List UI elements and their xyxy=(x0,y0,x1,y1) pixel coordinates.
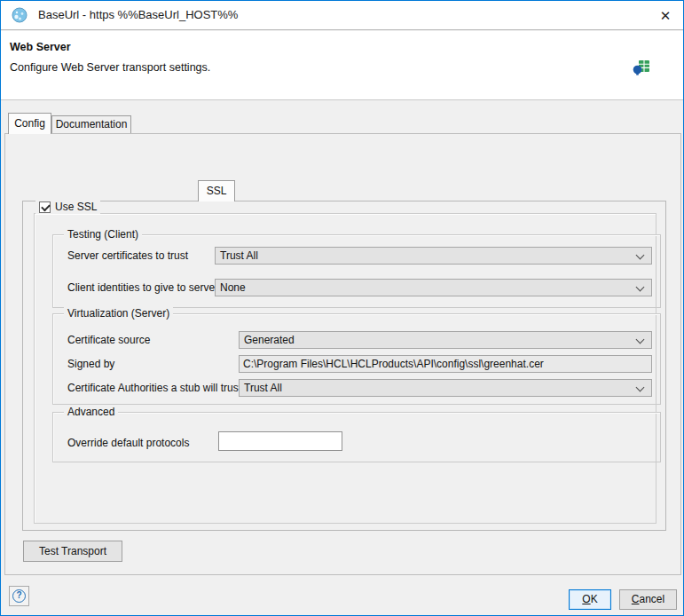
override-protocols-label: Override default protocols xyxy=(67,434,189,452)
certificate-source-label: Certificate source xyxy=(67,331,150,349)
dialog-header: Web Server Configure Web Server transpor… xyxy=(1,31,683,100)
use-ssl-checkbox-row[interactable]: Use SSL xyxy=(35,200,100,214)
testing-client-group-title: Testing (Client) xyxy=(64,228,142,241)
use-ssl-label: Use SSL xyxy=(55,201,97,213)
chevron-down-icon xyxy=(636,283,645,292)
client-identities-label: Client identities to give to server xyxy=(67,279,218,296)
testing-client-group: Testing (Client) Server certificates to … xyxy=(52,234,661,308)
virtualization-server-group: Virtualization (Server) Certificate sour… xyxy=(52,313,661,405)
test-transport-button[interactable]: Test Transport xyxy=(23,541,122,562)
chevron-down-icon xyxy=(636,251,645,260)
tab-config[interactable]: Config xyxy=(8,113,51,134)
client-identities-value: None xyxy=(220,281,246,294)
ok-button[interactable]: OK xyxy=(569,589,611,610)
server-certificates-label: Server certificates to trust xyxy=(67,247,188,265)
server-certificates-value: Trust All xyxy=(220,249,258,262)
transport-settings-dialog: BaseUrl - https %%BaseUrl_HOST%% ✕ Web S… xyxy=(0,0,684,616)
certificate-source-combo[interactable]: Generated xyxy=(239,331,652,349)
header-description: Configure Web Server transport settings. xyxy=(10,61,210,74)
override-protocols-input[interactable] xyxy=(218,431,342,451)
title-bar[interactable]: BaseUrl - https %%BaseUrl_HOST%% ✕ xyxy=(1,1,683,30)
help-icon: ? xyxy=(12,589,26,603)
chevron-down-icon xyxy=(636,336,645,344)
ssl-tab-panel: Testing (Client) Server certificates to … xyxy=(22,201,666,531)
use-ssl-group: Testing (Client) Server certificates to … xyxy=(34,213,656,524)
header-title: Web Server xyxy=(10,41,71,53)
certificate-source-value: Generated xyxy=(244,334,295,346)
chevron-down-icon xyxy=(636,383,645,392)
window-title: BaseUrl - https %%BaseUrl_HOST%% xyxy=(38,1,238,29)
tab-documentation[interactable]: Documentation xyxy=(51,115,131,133)
signed-by-field[interactable]: C:\Program Files\HCL\HCLProducts\API\con… xyxy=(239,355,652,373)
tab-ssl[interactable]: SSL xyxy=(198,180,235,201)
server-certificates-combo[interactable]: Trust All xyxy=(215,247,652,265)
virtualization-server-group-title: Virtualization (Server) xyxy=(64,307,173,320)
close-icon[interactable]: ✕ xyxy=(655,5,676,27)
signed-by-label: Signed by xyxy=(67,355,114,373)
advanced-group-title: Advanced xyxy=(64,406,118,418)
certificate-authorities-value: Trust All xyxy=(244,382,282,394)
web-server-transport-icon xyxy=(632,58,651,77)
app-globe-icon xyxy=(12,7,28,23)
client-identities-combo[interactable]: None xyxy=(215,279,652,296)
certificate-authorities-label: Certificate Authorities a stub will trus… xyxy=(67,379,241,397)
certificate-authorities-combo[interactable]: Trust All xyxy=(239,379,652,397)
advanced-group: Advanced Override default protocols xyxy=(52,412,661,462)
help-button[interactable]: ? xyxy=(9,586,29,606)
cancel-button[interactable]: Cancel xyxy=(619,589,677,610)
use-ssl-checkbox[interactable] xyxy=(39,201,51,213)
